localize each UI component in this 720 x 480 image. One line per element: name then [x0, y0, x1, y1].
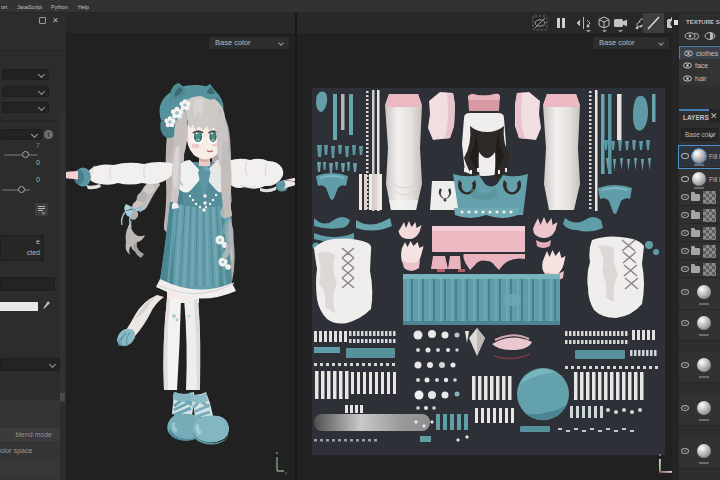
svg-text:x: x [285, 471, 288, 476]
